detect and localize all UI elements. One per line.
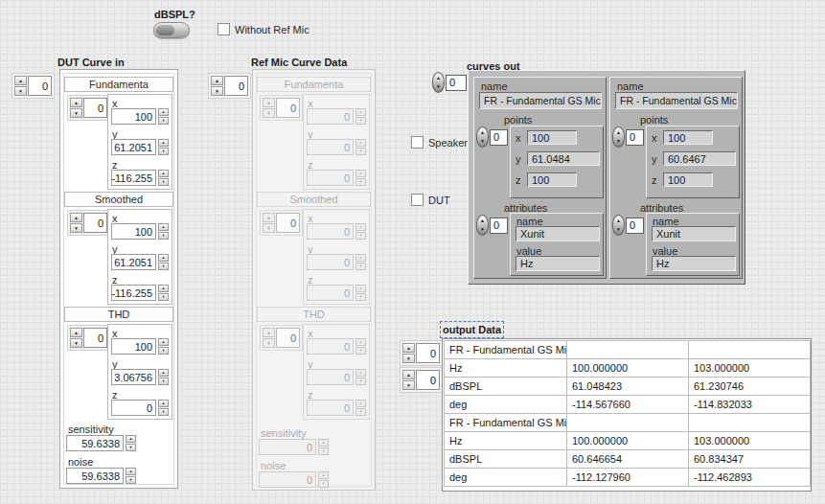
dut-fundamental-z[interactable]: -116.255 ▲▼ <box>111 170 169 186</box>
increment-icon[interactable]: ▲ <box>126 468 136 475</box>
table-cell[interactable]: 60.834347 <box>689 450 811 469</box>
decrement-icon[interactable]: ▼ <box>402 354 415 363</box>
output-row-index[interactable]: ▲▼ 0 <box>400 340 443 366</box>
increment-icon[interactable]: ▲ <box>158 108 169 116</box>
z-value[interactable]: -116.255 <box>111 285 156 301</box>
dut-smoothed-z[interactable]: -116.255 ▲▼ <box>111 285 169 301</box>
increment-icon[interactable]: ▲ <box>211 76 223 85</box>
decrement-icon[interactable]: ▼ <box>158 232 169 240</box>
increment-icon[interactable]: ▲ <box>158 400 169 407</box>
increment-icon[interactable]: ▲ <box>158 170 169 177</box>
x-value[interactable]: 100 <box>111 338 156 355</box>
table-cell[interactable]: 103.000000 <box>689 359 811 378</box>
table-cell[interactable]: 100.000000 <box>567 359 689 378</box>
dut-sensitivity[interactable]: 59.6338 ▲▼ <box>66 435 136 451</box>
without-ref-mic-checkbox[interactable]: Without Ref Mic <box>218 23 309 35</box>
table-cell[interactable]: 60.646654 <box>567 450 689 469</box>
dut-thd-index[interactable]: ▲▼ 0 <box>67 325 110 351</box>
index-value[interactable]: 0 <box>416 370 440 390</box>
dut-fundamental-y[interactable]: 61.2051 ▲▼ <box>111 139 169 155</box>
increment-icon[interactable]: ▲ <box>158 369 169 377</box>
increment-icon[interactable]: ▲ <box>158 254 169 262</box>
increment-icon[interactable]: ▲ <box>480 130 485 135</box>
decrement-icon[interactable]: ▼ <box>158 178 169 186</box>
y-value[interactable]: 61.2051 <box>111 254 156 270</box>
increment-icon[interactable]: ▲ <box>616 130 621 135</box>
index-value[interactable]: 0 <box>28 76 52 96</box>
table-cell[interactable]: -112.462893 <box>689 469 811 487</box>
decrement-icon[interactable]: ▼ <box>402 380 415 390</box>
index-value[interactable]: 0 <box>83 328 107 348</box>
decrement-icon[interactable]: ▼ <box>70 338 82 348</box>
table-cell[interactable]: deg <box>445 396 567 414</box>
index-value[interactable]: 0 <box>83 213 107 233</box>
increment-icon[interactable]: ▲ <box>158 338 169 346</box>
sensitivity-value[interactable]: 59.6338 <box>66 435 124 451</box>
table-cell[interactable] <box>689 414 811 432</box>
table-cell[interactable]: -112.127960 <box>567 469 689 487</box>
decrement-icon[interactable]: ▼ <box>158 263 169 270</box>
dut-smoothed-index[interactable]: ▲▼ 0 <box>67 210 110 236</box>
index-value[interactable]: 0 <box>446 75 467 91</box>
increment-icon[interactable]: ▲ <box>402 370 415 379</box>
increment-icon[interactable]: ▲ <box>70 328 82 337</box>
index-value[interactable]: 0 <box>224 76 248 96</box>
y-value[interactable]: 61.2051 <box>111 139 156 155</box>
dut-smoothed-x[interactable]: 100 ▲▼ <box>111 223 169 240</box>
table-cell[interactable]: 100.000000 <box>567 432 689 450</box>
increment-icon[interactable]: ▲ <box>402 343 415 353</box>
table-cell[interactable]: Hz <box>445 432 567 450</box>
z-value[interactable]: 0 <box>111 400 156 416</box>
z-value[interactable]: -116.255 <box>111 170 156 186</box>
index-value[interactable]: 0 <box>490 129 508 146</box>
table-cell[interactable]: Hz <box>445 359 567 378</box>
table-cell[interactable] <box>689 341 811 359</box>
decrement-icon[interactable]: ▼ <box>158 347 169 355</box>
noise-value[interactable]: 59.6338 <box>66 468 124 484</box>
dut-smoothed-y[interactable]: 61.2051 ▲▼ <box>111 254 169 270</box>
attributes-index[interactable]: ▲▼ 0 <box>476 215 508 236</box>
output-col-index[interactable]: ▲▼ 0 <box>400 367 443 393</box>
x-value[interactable]: 100 <box>111 223 156 240</box>
decrement-icon[interactable]: ▼ <box>70 108 82 118</box>
points-index[interactable]: ▲▼ 0 <box>476 126 508 148</box>
index-value[interactable]: 0 <box>490 218 508 234</box>
index-value[interactable]: 0 <box>416 343 440 363</box>
decrement-icon[interactable]: ▼ <box>211 86 223 96</box>
ref-array-index[interactable]: ▲ ▼ 0 <box>208 73 251 99</box>
decrement-icon[interactable]: ▼ <box>158 293 169 301</box>
decrement-icon[interactable]: ▼ <box>126 444 136 451</box>
increment-icon[interactable]: ▲ <box>158 285 169 292</box>
table-cell[interactable]: deg <box>445 469 567 487</box>
speaker-checkbox[interactable]: Speaker <box>411 136 468 149</box>
table-cell[interactable]: 61.048423 <box>567 378 689 396</box>
increment-icon[interactable]: ▲ <box>480 218 485 223</box>
points-index[interactable]: ▲▼ 0 <box>612 126 644 148</box>
decrement-icon[interactable]: ▼ <box>616 227 621 232</box>
increment-icon[interactable]: ▲ <box>616 218 621 223</box>
table-cell[interactable]: -114.567660 <box>567 396 689 414</box>
dut-noise[interactable]: 59.6338 ▲▼ <box>66 468 136 484</box>
decrement-icon[interactable]: ▼ <box>158 378 169 385</box>
y-value[interactable]: 3.06756 <box>111 369 156 385</box>
dut-thd-x[interactable]: 100 ▲▼ <box>111 338 169 355</box>
dut-thd-y[interactable]: 3.06756 ▲▼ <box>111 369 169 385</box>
curves-out-index[interactable]: ▲▼ 0 <box>432 72 467 93</box>
table-cell[interactable]: FR - Fundamental GS Mic2 <box>445 414 567 432</box>
x-value[interactable]: 100 <box>111 108 156 125</box>
increment-icon[interactable]: ▲ <box>126 435 136 443</box>
increment-icon[interactable]: ▲ <box>70 213 82 222</box>
attributes-index[interactable]: ▲▼ 0 <box>612 215 644 236</box>
increment-icon[interactable]: ▲ <box>158 223 169 231</box>
dut-checkbox[interactable]: DUT <box>411 194 450 206</box>
dut-array-index[interactable]: ▲ ▼ 0 <box>11 73 55 99</box>
index-value[interactable]: 0 <box>626 129 644 146</box>
dut-fundamental-x[interactable]: 100 ▲▼ <box>111 108 169 125</box>
table-cell[interactable]: 61.230746 <box>689 378 811 396</box>
increment-icon[interactable]: ▲ <box>436 76 441 80</box>
increment-icon[interactable]: ▲ <box>14 76 27 85</box>
decrement-icon[interactable]: ▼ <box>616 139 621 144</box>
decrement-icon[interactable]: ▼ <box>480 227 485 232</box>
index-value[interactable]: 0 <box>83 98 107 118</box>
table-cell[interactable]: dBSPL <box>445 378 567 396</box>
